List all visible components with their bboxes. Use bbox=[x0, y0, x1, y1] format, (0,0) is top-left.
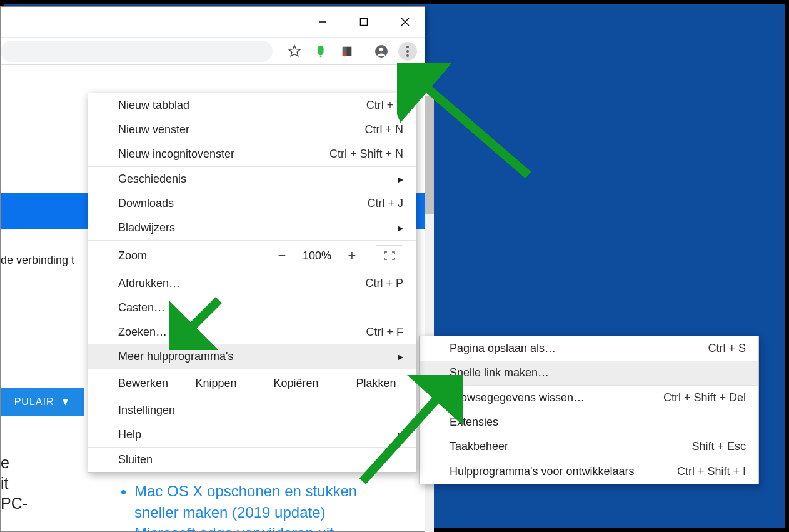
populair-button[interactable]: PULAIR ▼ bbox=[1, 388, 84, 416]
menu-item-zoom: Zoom − 100% + bbox=[88, 241, 416, 271]
menu-label: Afdrukken… bbox=[118, 277, 180, 290]
office-extension-icon[interactable] bbox=[338, 42, 356, 61]
maximize-button[interactable] bbox=[349, 8, 378, 36]
zoom-value: 100% bbox=[298, 249, 336, 263]
svg-line-16 bbox=[363, 388, 447, 481]
copy-button[interactable]: Kopiëren bbox=[256, 376, 336, 391]
submenu-item-extensions[interactable]: Extensies bbox=[420, 410, 758, 434]
menu-label: Browsegegevens wissen… bbox=[450, 391, 585, 404]
menu-label: Sluiten bbox=[118, 453, 153, 466]
submenu-item-create-shortcut[interactable]: Snelle link maken… bbox=[420, 361, 758, 385]
zoom-in-button[interactable]: + bbox=[341, 245, 363, 266]
menu-item-new-window[interactable]: Nieuw venster Ctrl + N bbox=[88, 118, 416, 142]
close-button[interactable] bbox=[391, 8, 420, 36]
article-link[interactable]: Microsoft edge verwijderen uit bbox=[134, 524, 334, 532]
cut-button[interactable]: Knippen bbox=[176, 376, 256, 391]
menu-shortcut: Ctrl + Shift + I bbox=[677, 465, 746, 478]
more-menu-button[interactable] bbox=[398, 42, 417, 61]
svg-point-10 bbox=[406, 54, 409, 57]
zoom-label: Zoom bbox=[118, 249, 271, 263]
menu-item-new-tab[interactable]: Nieuw tabblad Ctrl + T bbox=[88, 93, 416, 118]
menu-item-print[interactable]: Afdrukken… Ctrl + P bbox=[88, 271, 416, 296]
menu-label: Downloads bbox=[118, 197, 174, 210]
article-link[interactable]: Mac OS X opschonen en stukkensneller mak… bbox=[134, 483, 357, 521]
menu-item-history[interactable]: Geschiedenis ▶ bbox=[88, 167, 416, 191]
menu-label: Nieuw tabblad bbox=[118, 99, 189, 112]
list-item: Microsoft edge verwijderen uit bbox=[134, 523, 357, 532]
edit-label: Bewerken bbox=[118, 377, 176, 390]
svg-point-8 bbox=[406, 46, 409, 48]
submenu-item-task-manager[interactable]: Taakbeheer Shift + Esc bbox=[420, 434, 758, 459]
menu-label: Help bbox=[118, 428, 141, 441]
svg-point-7 bbox=[379, 47, 383, 51]
svg-point-9 bbox=[406, 50, 409, 53]
chevron-down-icon: ▼ bbox=[60, 396, 71, 408]
annotation-arrow-3 bbox=[350, 375, 463, 488]
more-tools-submenu: Pagina opslaan als… Ctrl + S Snelle link… bbox=[419, 336, 759, 484]
menu-shortcut: Shift + Esc bbox=[691, 440, 746, 453]
menu-shortcut: Ctrl + Shift + N bbox=[329, 148, 403, 161]
menu-item-more-tools[interactable]: Meer hulpprogramma's ▶ bbox=[88, 344, 416, 369]
menu-item-find[interactable]: Zoeken… Ctrl + F bbox=[88, 320, 416, 344]
menu-label: Hulpprogramma's voor ontwikkelaars bbox=[450, 465, 635, 478]
menu-shortcut: Ctrl + F bbox=[366, 326, 403, 339]
article-list: Mac OS X opschonen en stukkensneller mak… bbox=[119, 481, 357, 532]
fullscreen-button[interactable] bbox=[376, 245, 403, 266]
menu-label: Nieuw venster bbox=[118, 123, 189, 136]
browser-toolbar bbox=[1, 37, 425, 65]
svg-rect-4 bbox=[346, 46, 351, 56]
menu-item-bookmarks[interactable]: Bladwijzers ▶ bbox=[88, 216, 416, 240]
star-icon[interactable] bbox=[285, 42, 304, 61]
menu-label: Snelle link maken… bbox=[450, 366, 549, 379]
menu-item-cast[interactable]: Casten… bbox=[88, 296, 416, 320]
menu-label: Instellingen bbox=[118, 404, 175, 417]
annotation-arrow-1 bbox=[397, 63, 535, 181]
populair-label: PULAIR bbox=[14, 396, 54, 408]
menu-shortcut: Ctrl + Shift + Del bbox=[663, 391, 746, 404]
window-titlebar bbox=[1, 7, 425, 37]
menu-label: Pagina opslaan als… bbox=[450, 342, 556, 355]
list-item: Mac OS X opschonen en stukkensneller mak… bbox=[134, 481, 357, 523]
menu-label: Bladwijzers bbox=[118, 221, 175, 234]
connection-text: de verbinding t bbox=[1, 254, 74, 267]
svg-line-14 bbox=[181, 300, 219, 338]
menu-item-new-incognito[interactable]: Nieuw incognitovenster Ctrl + Shift + N bbox=[88, 142, 416, 166]
menu-shortcut: Ctrl + P bbox=[365, 277, 403, 290]
minimize-button[interactable] bbox=[308, 8, 337, 36]
submenu-item-clear-data[interactable]: Browsegegevens wissen… Ctrl + Shift + De… bbox=[420, 386, 758, 410]
menu-label: Casten… bbox=[118, 301, 165, 314]
submenu-item-dev-tools[interactable]: Hulpprogramma's voor ontwikkelaars Ctrl … bbox=[420, 459, 758, 484]
menu-shortcut: Ctrl + S bbox=[708, 342, 746, 355]
svg-line-12 bbox=[416, 78, 528, 175]
svg-point-5 bbox=[343, 53, 347, 56]
address-bar[interactable] bbox=[1, 41, 273, 62]
submenu-item-save-as[interactable]: Pagina opslaan als… Ctrl + S bbox=[420, 336, 758, 361]
evernote-extension-icon[interactable] bbox=[311, 42, 330, 61]
submenu-arrow-icon: ▶ bbox=[398, 353, 403, 361]
svg-rect-1 bbox=[361, 19, 368, 26]
side-text: e it PC- bbox=[1, 453, 28, 514]
zoom-out-button[interactable]: − bbox=[271, 245, 293, 266]
menu-label: Zoeken… bbox=[118, 326, 167, 339]
menu-label: Nieuw incognitovenster bbox=[118, 148, 234, 161]
annotation-arrow-2 bbox=[169, 294, 225, 350]
submenu-arrow-icon: ▶ bbox=[398, 224, 403, 233]
menu-label: Meer hulpprogramma's bbox=[118, 350, 234, 363]
menu-label: Geschiedenis bbox=[118, 173, 186, 186]
toolbar-separator bbox=[364, 44, 364, 58]
menu-item-downloads[interactable]: Downloads Ctrl + J bbox=[88, 191, 416, 216]
profile-icon[interactable] bbox=[372, 42, 391, 61]
menu-shortcut: Ctrl + J bbox=[367, 197, 403, 210]
